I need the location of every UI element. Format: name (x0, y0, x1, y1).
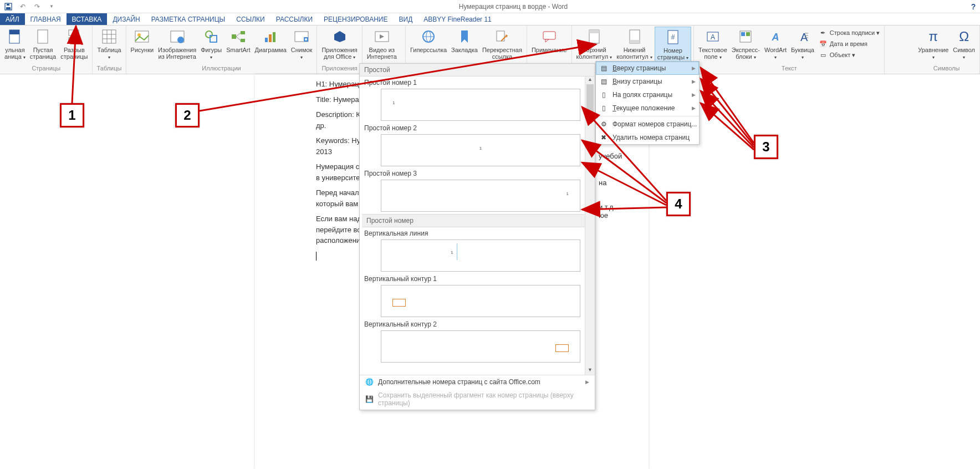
equation-button[interactable]: πУравнение▾ (916, 27, 951, 62)
submenu-format-numbers[interactable]: ⚙Формат номеров страниц... (596, 118, 699, 131)
wordart-button[interactable]: AWordArt▾ (762, 27, 789, 62)
tab-file[interactable]: АЙЛ (0, 13, 25, 25)
apps-button[interactable]: Приложениядля Office ▾ (319, 27, 359, 62)
tab-review[interactable]: РЕЦЕНЗИРОВАНИЕ (318, 13, 393, 25)
gallery-item-label: Простой номер 1 (362, 78, 593, 88)
screenshot-icon (293, 28, 310, 45)
shapes-button[interactable]: Фигуры▾ (198, 27, 224, 62)
submenu-bottom-of-page[interactable]: ▤Внизу страницы▶ (596, 75, 699, 88)
svg-rect-13 (135, 31, 149, 42)
gallery-item[interactable]: Простой номер 3 1 (362, 169, 593, 212)
svg-text:A: A (772, 32, 779, 43)
svg-marker-30 (334, 31, 345, 42)
date-time-button[interactable]: 📅Дата и время (818, 39, 881, 49)
bookmark-icon (456, 28, 473, 45)
submenu-remove-numbers[interactable]: ✖Удалить номера страниц (596, 131, 699, 144)
submenu-current-position[interactable]: ▯Текущее положение▶ (596, 101, 699, 115)
office-icon: 🌐 (365, 378, 374, 386)
gallery-item-label: Вертикальный контур 2 (362, 319, 593, 329)
bookmark-button[interactable]: Закладка (449, 27, 480, 54)
table-button[interactable]: Таблица▾ (95, 27, 123, 62)
gallery-item[interactable]: Простой номер 2 1 (362, 123, 593, 166)
scroll-down-icon[interactable]: ▼ (585, 367, 595, 375)
scroll-up-icon[interactable]: ▲ (585, 77, 595, 84)
gallery-item[interactable]: Вертикальный контур 1 (362, 274, 593, 317)
svg-rect-2 (7, 4, 9, 6)
screenshot-button[interactable]: Снимок▾ (289, 27, 315, 62)
tab-references[interactable]: ССЫЛКИ (231, 13, 270, 25)
current-icon: ▯ (599, 104, 608, 113)
svg-rect-20 (241, 31, 245, 34)
pictures-button[interactable]: Рисунки (129, 27, 156, 54)
textbox-button[interactable]: AТекстовоеполе ▾ (696, 27, 729, 62)
tab-abbyy[interactable]: ABBYY FineReader 11 (418, 13, 497, 25)
save-icon[interactable] (2, 1, 14, 12)
help-icon[interactable]: ? (967, 2, 980, 11)
tab-insert[interactable]: ВСТАВКА (67, 13, 108, 25)
object-button[interactable]: ▭Объект ▾ (818, 50, 881, 60)
gallery-section-header: Простой номер (362, 214, 593, 227)
page-number-icon: # (664, 28, 682, 46)
dropcap-button[interactable]: AБуквица▾ (789, 27, 816, 62)
svg-rect-19 (232, 34, 236, 39)
undo-icon[interactable]: ↶ (17, 1, 29, 12)
tab-layout[interactable]: РАЗМЕТКА СТРАНИЦЫ (146, 13, 231, 25)
datetime-icon: 📅 (819, 39, 828, 48)
doc-text: юе (599, 211, 608, 220)
online-pictures-button[interactable]: Изображенияиз Интернета (156, 27, 198, 61)
chart-button[interactable]: Диаграмма (253, 27, 289, 54)
crossref-button[interactable]: Перекрестнаяссылка (480, 27, 524, 61)
page-number-button[interactable]: #Номерстраницы ▾ (655, 27, 691, 63)
gallery-preview: 1 (381, 134, 580, 166)
quickparts-button[interactable]: Экспресс-блоки ▾ (729, 27, 762, 62)
hyperlink-icon (420, 28, 437, 45)
symbol-button[interactable]: ΩСимвол▾ (951, 27, 977, 62)
gallery-item[interactable]: Простой номер 1 1 (362, 78, 593, 121)
header-icon (585, 28, 603, 45)
group-apps: Приложениядля Office ▾ Приложения (317, 26, 362, 74)
gallery-item-label: Вертикальный контур 1 (362, 274, 593, 284)
submenu-page-margins[interactable]: ▯На полях страницы▶ (596, 88, 699, 101)
smartart-button[interactable]: SmartArt (224, 27, 252, 54)
svg-line-23 (236, 37, 241, 40)
submenu-top-of-page[interactable]: ▤ВВверху страницыверху страницы▶ (596, 62, 699, 75)
comment-button[interactable]: Примечание (529, 27, 569, 54)
chart-icon (262, 28, 279, 45)
more-from-office-button[interactable]: 🌐Дополнительные номера страниц с сайта O… (360, 375, 595, 389)
svg-rect-5 (38, 30, 48, 43)
page-break-icon (65, 28, 83, 45)
tab-home[interactable]: ГЛАВНАЯ (25, 13, 67, 25)
signature-line-button[interactable]: ✒Строка подписи ▾ (818, 28, 881, 38)
cover-page-icon (6, 28, 24, 45)
doc-text: учебой (599, 152, 622, 160)
hyperlink-button[interactable]: Гиперссылка (408, 27, 449, 54)
qat-dropdown-icon[interactable]: ▼ (45, 1, 58, 12)
redo-icon[interactable]: ↷ (31, 1, 43, 12)
group-text: AТекстовоеполе ▾ Экспресс-блоки ▾ AWordA… (694, 26, 885, 74)
annotation-3: 3 (754, 135, 778, 159)
gallery-scrollbar[interactable]: ▲ ▼ (585, 77, 595, 375)
gallery-item[interactable]: Вертикальный контур 2 (362, 319, 593, 363)
cover-page-button[interactable]: ульнаяаница ▾ (2, 27, 28, 62)
tab-view[interactable]: ВИД (394, 13, 418, 25)
page-break-button[interactable]: Разрывстраницы (58, 27, 90, 61)
blank-page-button[interactable]: Пустаястраница (28, 27, 58, 61)
online-video-button[interactable]: Видео изИнтернета (365, 27, 399, 61)
svg-rect-25 (269, 34, 272, 42)
gallery-item-label: Простой номер 3 (362, 169, 593, 179)
symbol-icon: Ω (955, 28, 973, 45)
tab-design[interactable]: ДИЗАЙН (107, 13, 145, 25)
header-button[interactable]: Верхнийколонтитул ▾ (574, 27, 615, 62)
tab-mailings[interactable]: РАССЫЛКИ (270, 13, 318, 25)
gallery-item[interactable]: Вертикальная линия 1 (362, 228, 593, 272)
footer-button[interactable]: Нижнийколонтитул ▾ (614, 27, 655, 62)
gallery-item-label: Вертикальная линия (362, 228, 593, 238)
scroll-thumb[interactable] (586, 84, 594, 112)
doc-text: и т.д. (599, 203, 615, 211)
chevron-right-icon: ▶ (585, 379, 589, 385)
svg-rect-6 (69, 30, 79, 35)
text-small-items: ✒Строка подписи ▾ 📅Дата и время ▭Объект … (816, 27, 882, 61)
object-icon: ▭ (819, 50, 828, 59)
ribbon-tabs: АЙЛ ГЛАВНАЯ ВСТАВКА ДИЗАЙН РАЗМЕТКА СТРА… (0, 13, 980, 26)
group-symbols: πУравнение▾ ΩСимвол▾ Символы (913, 26, 980, 74)
